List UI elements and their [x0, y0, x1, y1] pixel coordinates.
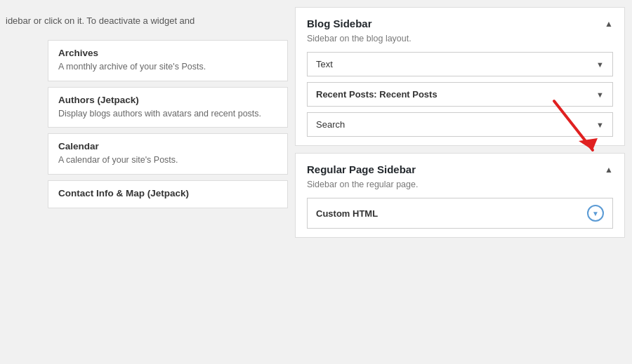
regular-sidebar-subtitle: Sidebar on the regular page. [296, 180, 624, 198]
archives-title: Archives [58, 48, 277, 58]
contact-widget-col: Contact Info & Map (Jetpack) [48, 180, 295, 208]
gap-1 [0, 81, 295, 87]
regular-sidebar-section: Regular Page Sidebar ▲ Sidebar on the re… [295, 153, 625, 238]
custom-html-widget-row[interactable]: Custom HTML ▼ [307, 198, 613, 229]
calendar-widget[interactable]: Calendar A calendar of your site's Posts… [48, 133, 288, 175]
left-panel: idebar or click on it. To deactivate a w… [0, 0, 295, 364]
calendar-desc: A calendar of your site's Posts. [58, 154, 277, 167]
calendar-row: Calendar A calendar of your site's Posts… [0, 133, 295, 175]
recent-posts-widget-arrow-icon: ▼ [596, 90, 604, 99]
authors-label [0, 87, 48, 94]
gap-3 [0, 175, 295, 180]
intro-content: idebar or click on it. To deactivate a w… [6, 15, 195, 26]
recent-posts-widget-row[interactable]: Recent Posts: Recent Posts ▼ [307, 82, 613, 107]
calendar-title: Calendar [58, 141, 277, 151]
contact-title: Contact Info & Map (Jetpack) [58, 188, 277, 198]
widget-list: Archives A monthly archive of your site'… [0, 40, 295, 208]
calendar-label [0, 133, 48, 140]
right-area: Blog Sidebar ▲ Sidebar on the blog layou… [295, 0, 632, 364]
calendar-widget-col: Calendar A calendar of your site's Posts… [48, 133, 295, 175]
authors-title: Authors (Jetpack) [58, 95, 277, 105]
blog-sidebar-subtitle: Sidebar on the blog layout. [296, 34, 624, 52]
contact-row: Contact Info & Map (Jetpack) [0, 180, 295, 208]
search-widget-arrow-icon: ▼ [596, 121, 604, 129]
archives-row: Archives A monthly archive of your site'… [0, 40, 295, 81]
text-widget-row[interactable]: Text ▼ [307, 52, 613, 76]
regular-sidebar-collapse-icon[interactable]: ▲ [605, 165, 613, 175]
recent-posts-widget-label: Recent Posts: Recent Posts [316, 89, 437, 100]
blog-sidebar-collapse-icon[interactable]: ▲ [605, 19, 613, 29]
regular-sidebar-header: Regular Page Sidebar ▲ [296, 154, 624, 180]
intro-text: idebar or click on it. To deactivate a w… [0, 0, 295, 40]
archives-widget-col: Archives A monthly archive of your site'… [48, 40, 295, 81]
gap-2 [0, 128, 295, 133]
blog-sidebar-title: Blog Sidebar [307, 18, 372, 29]
contact-label [0, 180, 48, 187]
archives-label [0, 40, 48, 47]
blog-sidebar-header: Blog Sidebar ▲ [296, 8, 624, 34]
blog-sidebar-section: Blog Sidebar ▲ Sidebar on the blog layou… [295, 7, 625, 146]
archives-desc: A monthly archive of your site's Posts. [58, 60, 277, 74]
text-widget-arrow-icon: ▼ [596, 60, 604, 69]
authors-desc: Display blogs authors with avatars and r… [58, 107, 277, 121]
contact-widget[interactable]: Contact Info & Map (Jetpack) [48, 180, 288, 208]
authors-row: Authors (Jetpack) Display blogs authors … [0, 87, 295, 128]
search-widget-label: Search [316, 119, 345, 130]
text-widget-label: Text [316, 59, 333, 69]
custom-html-widget-label: Custom HTML [316, 208, 378, 219]
archives-widget[interactable]: Archives A monthly archive of your site'… [48, 40, 288, 81]
authors-widget-col: Authors (Jetpack) Display blogs authors … [48, 87, 295, 128]
search-widget-row[interactable]: Search ▼ [307, 112, 613, 137]
custom-html-dropdown-icon[interactable]: ▼ [587, 205, 604, 222]
regular-sidebar-title: Regular Page Sidebar [307, 163, 416, 175]
authors-widget[interactable]: Authors (Jetpack) Display blogs authors … [48, 87, 288, 128]
